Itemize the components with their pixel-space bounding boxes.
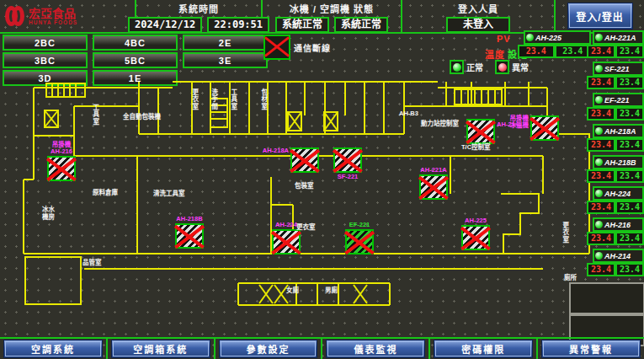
floor-button-4bc[interactable]: 4BC [93,35,178,51]
comm-fail-marker-icon [290,147,319,173]
unit-panel-list: SF-22123.423.4EF-22123.423.4AH-218A23.42… [593,62,644,276]
unit-name-row[interactable]: SF-221 [593,62,644,76]
comm-fail-marker-icon [345,229,374,255]
status-led-icon [595,190,603,197]
unit-sv-value: 23.4 [615,138,644,152]
unit-ah-214: AH-21423.423.4 [593,249,644,276]
unit-name-label: AH-224 [604,190,631,198]
system-clock-value: 22:09:51 [207,17,269,33]
unit-name-label: AH-218A [604,127,636,136]
unit-name-row[interactable]: AH-218A [593,124,644,138]
floor-button-2e[interactable]: 2E [183,35,268,51]
footer-button-6[interactable]: 異常警報 [541,340,641,358]
unit-sv-value: 23.4 [615,263,644,276]
unit-pv-value: 23.4 [587,45,615,58]
unit-panel-top: AH-22523.423.4AH-221A23.423.4 [524,30,644,58]
legend-abnormal: 異常 [495,60,529,74]
unit-name-row[interactable]: AH-218B [593,155,644,169]
room-label: 更衣室 [296,224,316,232]
room-label: 女廁 [286,287,299,295]
room-label: 包材室 [259,88,267,110]
unit-name-row[interactable]: EF-221 [593,93,644,107]
unit-name-row[interactable]: AH-216 [593,217,644,232]
unit-name-row[interactable]: AH-225 [524,30,591,45]
system-time-label: 系統時間 [136,2,261,15]
status-led-icon [595,34,603,41]
login-person-value: 未登入 [446,17,510,33]
footer-cell: 參數設定 [216,339,323,359]
unit-name-row[interactable]: AH-224 [593,186,644,201]
footer-button-1[interactable]: 空調系統 [3,340,103,358]
machine-status-section: 冰機 / 空調機 狀態 系統正常 系統正常 [263,0,402,32]
equipment-label: AH-218A [263,147,289,154]
floor-plan-map: 吊掛機 AH-216AH-218BAH-218ASF-221AH-224EF-2… [0,78,644,337]
equipment-marker[interactable]: AH-218A [290,147,319,173]
legend-abnormal-label: 異常 [512,61,529,73]
status-led-icon [526,34,534,41]
footer-cell: 異常警報 [538,339,644,359]
unit-values: 23.423.4 [587,232,644,245]
comm-fail-marker-icon [47,156,76,181]
floor-button-5bc[interactable]: 5BC [93,52,178,68]
unit-sv-value: 23.4 [615,107,644,121]
equipment-marker[interactable]: AH-221A [419,174,448,200]
floor-button-2bc[interactable]: 2BC [3,35,88,51]
comm-fail-marker-icon [333,147,362,173]
equipment-label: EF-221 [349,222,370,228]
machine-status-label: 冰機 / 空調機 狀態 [263,2,401,15]
unit-pv-value: 23.4 [587,107,615,121]
equipment-marker[interactable]: AH-218B [175,223,204,249]
footer-button-2[interactable]: 空調箱系統 [111,340,210,358]
unit-values: 23.423.4 [587,169,644,183]
room-label: 更衣室 [190,88,198,110]
unit-values: 23.423.4 [587,138,644,152]
brand-logo: 宏亞食品 HUNYA FOODS [0,0,136,32]
floor-button-3bc[interactable]: 3BC [3,52,88,68]
room-label: 原料倉庫 [93,190,118,197]
unit-name-row[interactable]: AH-221A [593,30,644,45]
equipment-marker[interactable]: 吊掛機 AH-216 [47,156,76,181]
unit-ah-218a: AH-218A23.423.4 [593,124,644,152]
equipment-marker[interactable]: EF-221 [345,229,374,255]
unit-ah-216: AH-21623.423.4 [593,217,644,245]
unit-name-label: EF-221 [604,96,630,104]
status-legend: 正常 異常 [450,60,529,74]
footer-button-4[interactable]: 儀表監視 [326,340,425,358]
unit-sv-value: 23.4 [615,232,644,245]
footer-cell: 空調箱系統 [108,339,216,359]
unit-name-label: SF-221 [604,65,630,73]
comm-fail-x-icon [263,35,290,60]
unit-sv-value: 23.4 [615,45,644,58]
comm-fail-marker-icon [530,115,559,141]
unit-sf-221: SF-22123.423.4 [593,62,644,89]
unit-name-row[interactable]: AH-214 [593,249,644,263]
equipment-marker[interactable]: 吊掛機 冰溫機 [530,115,559,141]
unit-ah-224: AH-22423.423.4 [593,186,644,214]
status-led-icon [595,221,603,228]
floor-nav-row: 2BC4BC2E [3,35,268,51]
brand-text: 宏亞食品 HUNYA FOODS [29,8,77,25]
hmi-screen: 宏亞食品 HUNYA FOODS 系統時間 2024/12/12 22:09:5… [0,0,644,359]
equipment-marker[interactable]: SF-221 [333,147,362,173]
unit-ah-221a: AH-221A23.423.4 [593,30,644,58]
floor-button-3e[interactable]: 3E [183,52,268,68]
room-label: T/C控制室 [461,144,491,152]
chiller-status-value: 系統正常 [275,17,329,33]
unit-name-label: AH-216 [604,221,631,229]
room-label: AH-B3 [399,110,418,118]
equipment-marker[interactable]: AH-225 [461,225,490,250]
equipment-marker[interactable]: AH-224 [272,229,301,255]
header-bar: 宏亞食品 HUNYA FOODS 系統時間 2024/12/12 22:09:5… [0,0,644,34]
equipment-label: AH-221A [420,167,446,174]
unit-name-label: AH-218B [604,158,636,167]
unit-pv-value: 23.4 [587,201,615,214]
footer-button-5[interactable]: 密碼權限 [434,340,533,358]
status-led-icon [595,127,603,135]
equipment-label: AH-218B [176,216,202,222]
login-logout-button[interactable]: 登入/登出 [567,3,633,29]
footer-button-3[interactable]: 參數設定 [219,340,318,358]
login-button-section: 登入/登出 [556,0,644,32]
comm-status-indicator: 通信斷線 [263,35,331,60]
equipment-marker[interactable]: AH-214 [466,119,495,144]
login-person-label: 登入人員 [402,2,554,15]
